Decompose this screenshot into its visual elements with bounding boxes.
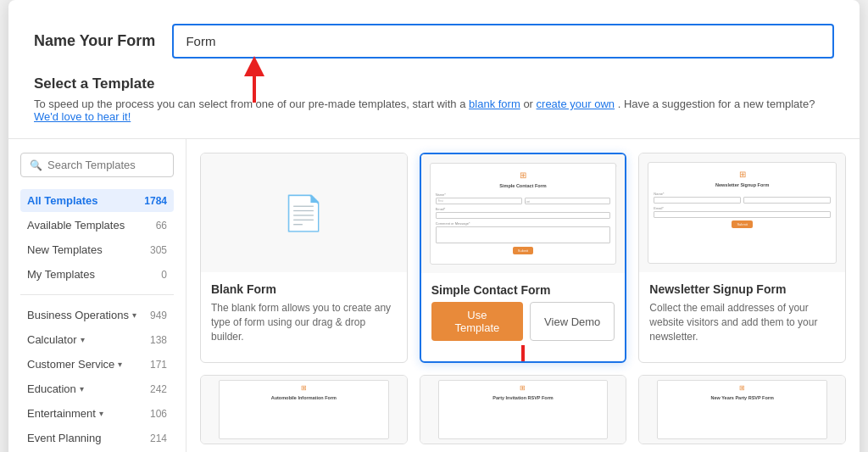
template-name-simple-contact: Simple Contact Form	[431, 283, 615, 297]
chevron-down-icon: ▾	[80, 384, 84, 393]
sidebar: 🔍 All Templates 1784 Available Templates…	[8, 139, 186, 452]
sidebar-filter-list: All Templates 1784 Available Templates 6…	[20, 189, 174, 286]
template-preview-inner-simple-contact: ⊞ Simple Contact Form Name* First Last E…	[430, 163, 617, 265]
preview-mini-party: ⊞ Party Invitation RSVP Form	[438, 380, 608, 439]
sidebar-item-new-count: 305	[150, 244, 167, 256]
preview-mini-newyear: ⊞ New Years Party RSVP Form	[657, 380, 826, 439]
chevron-down-icon: ▾	[81, 335, 85, 344]
sidebar-category-calculator-label: Calculator	[27, 333, 77, 346]
sidebar-item-available-label: Available Templates	[27, 219, 125, 232]
use-template-button[interactable]: Use Template	[431, 302, 523, 341]
sidebar-item-available-count: 66	[156, 220, 167, 232]
sidebar-category-event-planning[interactable]: Event Planning 214	[20, 427, 174, 449]
sidebar-category-event-label: Event Planning	[27, 432, 101, 444]
blank-form-link[interactable]: blank form	[469, 98, 520, 110]
sidebar-category-entertainment-label: Entertainment	[27, 407, 96, 420]
select-template-desc: To speed up the process you can select f…	[34, 98, 834, 123]
template-grid: 📄 Blank Form The blank form allows you t…	[200, 153, 846, 444]
sidebar-item-available-templates[interactable]: Available Templates 66	[20, 214, 174, 237]
sidebar-category-customer-service[interactable]: Customer Service ▾ 171	[20, 353, 174, 376]
main-window: Name Your Form Select a Template To spee…	[8, 0, 860, 452]
sidebar-category-event-count: 214	[150, 432, 167, 444]
template-name-blank: Blank Form	[211, 282, 397, 296]
template-info-simple-contact: Simple Contact Form Use Template View De…	[421, 273, 626, 351]
view-demo-button[interactable]: View Demo	[530, 302, 615, 341]
template-preview-auto: ⊞ Automobile Information Form	[201, 376, 407, 444]
sidebar-item-my-count: 0	[161, 269, 167, 281]
form-name-label: Name Your Form	[34, 32, 155, 50]
sidebar-category-calculator[interactable]: Calculator ▾ 138	[20, 328, 174, 351]
search-box[interactable]: 🔍	[20, 153, 174, 177]
chevron-down-icon: ▾	[118, 360, 122, 369]
sidebar-category-customer-label: Customer Service	[27, 358, 114, 371]
template-card-newyear[interactable]: ⊞ New Years Party RSVP Form	[638, 375, 846, 444]
template-preview-inner-newsletter: ⊞ Newsletter Signup Form Name* Email* Su…	[648, 162, 837, 264]
top-section: Name Your Form Select a Template To spee…	[8, 0, 860, 139]
template-preview-newyear: ⊞ New Years Party RSVP Form	[639, 376, 845, 444]
sidebar-item-all-templates[interactable]: All Templates 1784	[20, 189, 174, 212]
template-name-newsletter: Newsletter Signup Form	[649, 282, 835, 296]
template-card-blank[interactable]: 📄 Blank Form The blank form allows you t…	[200, 153, 408, 363]
template-info-blank: Blank Form The blank form allows you to …	[201, 272, 407, 362]
sidebar-item-my-label: My Templates	[27, 268, 95, 281]
sidebar-item-new-label: New Templates	[27, 243, 103, 256]
template-desc-newsletter: Collect the email addresses of your webs…	[649, 301, 835, 343]
preview-mini-auto: ⊞ Automobile Information Form	[219, 380, 388, 439]
template-preview-party: ⊞ Party Invitation RSVP Form	[420, 376, 626, 444]
preview-icon-newyear: ⊞	[661, 384, 822, 392]
template-card-auto[interactable]: ⊞ Automobile Information Form	[200, 375, 408, 444]
form-name-input[interactable]	[172, 24, 834, 59]
template-desc-blank: The blank form allows you to create any …	[211, 301, 397, 343]
sidebar-category-education-count: 242	[150, 383, 167, 395]
sidebar-item-all-templates-count: 1784	[144, 195, 167, 207]
sidebar-category-calculator-count: 138	[150, 334, 167, 346]
main-content: 🔍 All Templates 1784 Available Templates…	[8, 139, 860, 452]
template-card-simple-contact[interactable]: ♡ ⊞ Simple Contact Form Name* First Last…	[420, 153, 627, 363]
sidebar-category-business-label: Business Operations	[27, 309, 129, 321]
template-info-newsletter: Newsletter Signup Form Collect the email…	[639, 272, 845, 362]
sidebar-categories: Business Operations ▾ 949 Calculator ▾ 1…	[20, 304, 174, 449]
template-preview-simple-contact: ♡ ⊞ Simple Contact Form Name* First Last…	[421, 154, 626, 273]
select-template-section: Select a Template To speed up the proces…	[34, 75, 834, 123]
sidebar-item-new-templates[interactable]: New Templates 305	[20, 238, 174, 261]
template-actions-simple-contact: Use Template View Demo	[431, 302, 615, 341]
preview-icon-newsletter: ⊞	[654, 170, 831, 179]
blank-form-icon: 📄	[282, 193, 325, 233]
sidebar-item-all-templates-label: All Templates	[27, 194, 98, 207]
sidebar-category-education[interactable]: Education ▾ 242	[20, 377, 174, 400]
preview-form-icon: ⊞	[436, 170, 611, 180]
template-card-party[interactable]: ⊞ Party Invitation RSVP Form	[420, 375, 627, 444]
chevron-down-icon: ▾	[99, 409, 103, 418]
wed-love-link[interactable]: We'd love to hear it!	[34, 110, 131, 123]
preview-icon-party: ⊞	[442, 384, 604, 392]
sidebar-category-business[interactable]: Business Operations ▾ 949	[20, 304, 174, 326]
search-input[interactable]	[47, 159, 164, 171]
form-name-row: Name Your Form	[34, 24, 834, 59]
sidebar-category-entertainment-count: 106	[150, 408, 167, 420]
template-preview-newsletter: ⊞ Newsletter Signup Form Name* Email* Su…	[639, 153, 845, 272]
create-own-link[interactable]: create your own	[537, 98, 615, 110]
select-template-title: Select a Template	[34, 75, 834, 92]
search-icon: 🔍	[30, 159, 42, 171]
sidebar-category-customer-count: 171	[150, 359, 167, 371]
template-card-newsletter[interactable]: ⊞ Newsletter Signup Form Name* Email* Su…	[638, 153, 846, 363]
preview-icon-auto: ⊞	[223, 384, 384, 392]
sidebar-divider	[20, 294, 174, 295]
preview-title-newsletter: Newsletter Signup Form	[654, 182, 831, 187]
sidebar-category-business-count: 949	[150, 310, 167, 321]
template-preview-blank: 📄	[201, 153, 407, 272]
sidebar-category-education-label: Education	[27, 382, 76, 395]
sidebar-item-my-templates[interactable]: My Templates 0	[20, 263, 174, 286]
template-grid-area: 📄 Blank Form The blank form allows you t…	[186, 139, 860, 452]
sidebar-category-entertainment[interactable]: Entertainment ▾ 106	[20, 402, 174, 425]
chevron-down-icon: ▾	[132, 310, 136, 320]
preview-title-simple-contact: Simple Contact Form	[436, 183, 611, 188]
